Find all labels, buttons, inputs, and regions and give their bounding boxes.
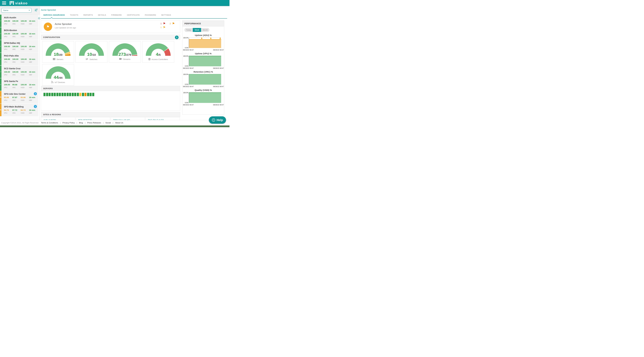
sidebar-site-item[interactable]: ✓PAO-Palo Alto100.00VPU100.00VRC100.00VS… bbox=[0, 53, 38, 65]
gauge-card-iot-devices[interactable]: 44/44IoT Devices bbox=[42, 64, 74, 86]
chart-y-axis: 100.0%0.0% bbox=[182, 74, 189, 84]
metric-value: 100.00 bbox=[12, 20, 21, 22]
sidebar-site-item[interactable]: ✓AUS-Austin100.00VPU100.00VRC100.00VSDI1… bbox=[0, 15, 38, 27]
viakoo-logo[interactable]: viakoo bbox=[10, 1, 28, 6]
site-region-card[interactable]: DFW-DALLAS HQ bbox=[111, 117, 145, 120]
footer-link-press-releases[interactable]: Press Releases bbox=[87, 122, 101, 124]
time-range-toggle: TodayWeekMonth bbox=[184, 28, 210, 32]
tab-settings[interactable]: SETTINGS bbox=[161, 14, 171, 16]
metric: 100.00VRC bbox=[12, 20, 21, 25]
flag-icon: ⚑ bbox=[46, 25, 50, 29]
server-square[interactable] bbox=[59, 93, 61, 96]
tab-certificate[interactable]: CERTIFICATE bbox=[127, 14, 140, 16]
site-region-link[interactable]: PAO-PALO ALTO bbox=[148, 119, 164, 120]
flag-minor[interactable]: 1⚑ bbox=[160, 26, 166, 29]
server-square[interactable] bbox=[56, 93, 58, 96]
server-square[interactable] bbox=[54, 93, 56, 96]
site-region-card[interactable]: BOS-BOSTON bbox=[76, 117, 110, 120]
server-square[interactable] bbox=[72, 93, 74, 96]
metric: 100.00VPU bbox=[4, 33, 12, 38]
servers-status-body bbox=[41, 91, 180, 110]
sidebar-site-item[interactable]: ✓SFE-Santa Fe100.00VPU99.68VRC100.00VSDI… bbox=[0, 78, 38, 91]
help-label: Help bbox=[216, 118, 223, 122]
tab-tickets[interactable]: TICKETS bbox=[70, 14, 78, 16]
server-square[interactable] bbox=[69, 93, 71, 96]
sort-by-select[interactable]: Name bbox=[2, 8, 32, 12]
gauge-card-servers[interactable]: 18/20Servers bbox=[42, 41, 74, 63]
tab-service-assurance[interactable]: SERVICE ASSURANCE bbox=[43, 14, 65, 16]
metric-value: 100.00 bbox=[12, 33, 21, 35]
sort-descending-icon[interactable] bbox=[34, 8, 38, 12]
range-week[interactable]: Week bbox=[193, 28, 201, 32]
server-square[interactable] bbox=[51, 93, 53, 96]
expand-configuration-button[interactable] bbox=[175, 36, 178, 39]
alert-flags: 1⚑2⚑1⚑ bbox=[160, 22, 175, 29]
gauge-card-access-controllers[interactable]: 4/5Access Controllers bbox=[142, 41, 174, 63]
server-square[interactable] bbox=[92, 93, 94, 96]
server-square[interactable] bbox=[62, 93, 64, 96]
chart-area bbox=[189, 56, 221, 67]
chart-quality-vsdi-: Quality (VSDI) %100.0%0.0%08/19/22 08:47… bbox=[182, 89, 224, 106]
server-square[interactable] bbox=[66, 93, 69, 96]
sidebar-site-item[interactable]: ✓BOS-Boston100.00VPU100.00VRC100.00VSDI1… bbox=[0, 27, 38, 40]
server-square[interactable] bbox=[90, 93, 92, 96]
footer-link-terms-conditions[interactable]: Terms & Conditions bbox=[41, 122, 58, 124]
site-region-link[interactable]: AUS-AUSTIN bbox=[44, 119, 56, 120]
server-square[interactable] bbox=[74, 93, 76, 96]
sort-by-value: Name bbox=[3, 9, 8, 12]
chart-body: 100.0%0.0% bbox=[182, 92, 224, 104]
sidebar-filter-bar: Name bbox=[0, 6, 40, 15]
tab-details[interactable]: DETAILS bbox=[98, 14, 106, 16]
site-region-card[interactable]: AUS-AUSTIN bbox=[41, 117, 75, 120]
check-icon: ✓ bbox=[0, 66, 2, 78]
chart-retention-vrc-: Retention (VRC) %100.0%0.0%08/19/22 08:4… bbox=[182, 70, 224, 88]
footer-link-privacy-policy[interactable]: Privacy Policy bbox=[62, 122, 75, 124]
gauge-card-switches[interactable]: 10/10Switches bbox=[76, 41, 108, 63]
server-square[interactable] bbox=[64, 93, 66, 96]
metric: 100.00VRC bbox=[12, 58, 21, 63]
sidebar-site-item[interactable]: ✓DFW-Dallas HQ100.00VPU100.00VRC100.00VS… bbox=[0, 40, 38, 52]
server-square[interactable] bbox=[48, 93, 51, 96]
server-square[interactable] bbox=[77, 93, 79, 96]
server-square[interactable] bbox=[79, 93, 82, 96]
metric-label: VPU bbox=[4, 87, 12, 88]
site-region-link[interactable]: BOS-BOSTON bbox=[78, 119, 92, 120]
server-square[interactable] bbox=[44, 93, 46, 96]
help-button[interactable]: ? Help bbox=[209, 116, 226, 124]
tab-firmware[interactable]: FIRMWARE bbox=[111, 14, 122, 16]
range-month[interactable]: Month bbox=[201, 28, 210, 32]
server-square[interactable] bbox=[46, 93, 48, 96]
tab-password[interactable]: PASSWORD bbox=[145, 14, 156, 16]
metric-label: VSDI bbox=[21, 36, 29, 38]
flag-critical[interactable]: 1⚑ bbox=[160, 22, 166, 25]
footer-link-social[interactable]: Social bbox=[106, 122, 111, 124]
sidebar-site-item[interactable]: ⚑3SFO-Adv Dev Center93.06VPU97.87VRC93.0… bbox=[0, 91, 38, 104]
sidebar-site-item[interactable]: ⚑1SFO-Main Building94.74VPU97.72VRC94.74… bbox=[0, 104, 38, 116]
gauge-count: 10 bbox=[87, 52, 92, 57]
menu-icon[interactable] bbox=[2, 2, 6, 4]
server-square[interactable] bbox=[82, 93, 84, 96]
metric: 18 minHBF bbox=[29, 71, 37, 76]
x-start-label: 08/19/22 08:47 bbox=[183, 104, 194, 106]
x-end-label: 08/26/22 08:47 bbox=[213, 49, 224, 51]
server-square[interactable] bbox=[84, 93, 86, 96]
servers-section-header: SERVERS bbox=[41, 86, 180, 91]
gauge-card-streams[interactable]: 273/279Streams bbox=[109, 41, 141, 63]
chart-y-axis: 100.0%0.0% bbox=[182, 38, 189, 48]
footer-link-about-us[interactable]: About Us bbox=[115, 122, 123, 124]
site-metrics: 100.00VPU100.00VRC100.00VSDI18 minHBF bbox=[4, 58, 38, 63]
metric: 100.00VRC bbox=[12, 33, 21, 38]
y-min-label: 0.0% bbox=[185, 65, 188, 67]
site-region-card[interactable]: PAO-PALO ALTO bbox=[146, 117, 180, 120]
range-today[interactable]: Today bbox=[184, 28, 193, 32]
metric-label: VSDI bbox=[21, 74, 29, 76]
server-square[interactable] bbox=[87, 93, 89, 96]
sidebar-site-item[interactable]: ✓SCZ-Santa Cruz100.00VPU100.00VRC100.00V… bbox=[0, 66, 38, 78]
flag-warning[interactable]: 2⚑ bbox=[170, 22, 175, 25]
tab-reports[interactable]: REPORTS bbox=[84, 14, 93, 16]
site-item-content: SFO-Adv Dev Center93.06VPU97.87VRC93.06V… bbox=[4, 91, 38, 101]
collapse-sidebar-icon[interactable]: « bbox=[38, 15, 40, 20]
footer-link-blog[interactable]: Blog bbox=[79, 122, 83, 124]
site-region-link[interactable]: DFW-DALLAS HQ bbox=[113, 119, 130, 120]
breadcrumb[interactable]: Acme Sprocket bbox=[41, 9, 56, 11]
